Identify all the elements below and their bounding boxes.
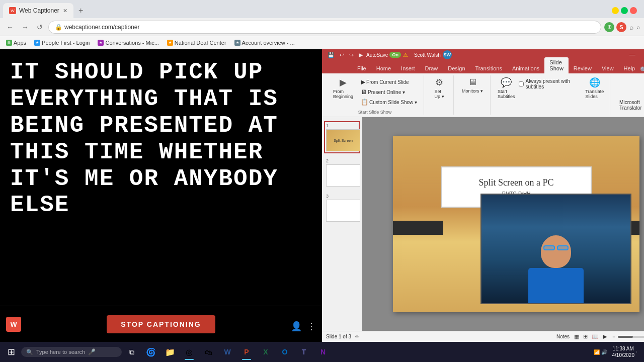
browser-minimize-button[interactable] [612,7,619,14]
time-label: 11:38 AM [612,345,635,352]
from-current-label: From Current Slide [366,79,409,85]
tab-draw[interactable]: Draw [420,63,443,73]
slide-thumb-3[interactable]: 3 [324,192,360,224]
bookmark-account-overview-label: Account overview - ... [242,40,295,46]
slide-title-text: Split Screen on a PC [450,177,583,188]
custom-slideshow-button[interactable]: 📋 Custom Slide Show ▾ [358,98,420,107]
ppt-save-icon[interactable]: 💾 [326,52,336,58]
subtitles-icon: 💬 [501,77,512,88]
stop-captioning-button[interactable]: STOP CAPTIONING [107,315,215,333]
bookmark-people-login[interactable]: ★ People First - Login [32,39,92,46]
browser-tab-webcaptioner[interactable]: W Web Captioner ✕ [3,3,73,18]
ppt-minimize-button[interactable]: — [625,50,639,59]
start-subtitles-button[interactable]: 💬 StartSubtitles [496,75,517,101]
autosave-toggle[interactable]: On [389,52,401,58]
ppt-window-controls: — □ ✕ [625,50,644,59]
tab-review[interactable]: Review [569,63,597,73]
profile-icon[interactable]: S [616,22,626,32]
more-options-icon[interactable]: ⋮ [307,321,316,332]
slide-canvas[interactable]: Split Screen on a PC RMTC-D/HH [393,136,639,312]
store-taskbar-icon[interactable]: 🛍 [199,343,217,361]
ribbon: ▶ FromBeginning ▶ From Current Slide 🖥 P… [322,73,644,117]
tab-view[interactable]: View [597,63,619,73]
tab-file[interactable]: File [352,63,371,73]
back-button[interactable]: ← [4,22,16,32]
notes-button[interactable]: Notes [556,334,570,339]
powerpoint-taskbar-icon[interactable]: P [237,343,256,361]
bookmark-people-login-label: People First - Login [42,40,90,46]
tab-close-button[interactable]: ✕ [63,8,67,14]
search-icon: ⌕ [629,23,633,31]
slide-thumb-1[interactable]: 1 Split Screen [324,121,360,153]
monitors-button[interactable]: 🖥 Monitors ▾ [459,75,486,95]
ppt-undo-icon[interactable]: ↩ [338,52,346,58]
ppt-present-icon[interactable]: ▶ [357,52,364,58]
tab-transitions[interactable]: Transitions [470,63,507,73]
bookmark-national-deaf[interactable]: ★ National Deaf Center [165,39,228,46]
slideshow-view-icon[interactable]: ▶ [601,333,608,340]
outlook-taskbar-icon[interactable]: O [276,343,294,361]
always-present-check[interactable] [519,81,524,86]
user-name: Scott Walsh [414,52,441,58]
tab-slideshow[interactable]: Slide Show [544,57,569,73]
translate-slides-button[interactable]: 🌐 TranslateSlides [583,75,606,101]
bookmark-account-overview[interactable]: ★ Account overview - ... [232,39,297,46]
clock[interactable]: 11:38 AM 4/10/2020 [612,345,635,358]
taskbar-search[interactable]: 🔍 Type here to search 🎤 [21,347,122,357]
file-explorer-taskbar-icon[interactable]: 📁 [161,343,179,361]
presenter-video [481,195,630,303]
system-tray[interactable]: 📶 🔊 [591,348,610,356]
refresh-button[interactable]: ↺ [34,22,45,32]
taskview-button[interactable]: ⧉ [123,343,141,361]
zoom-slider[interactable] [618,336,644,338]
address-bar[interactable]: 🔒 [48,21,601,34]
browser-close-button[interactable] [630,7,637,14]
ppt-maximize-button[interactable]: □ [640,50,644,59]
zoom-out-icon[interactable]: － [611,333,616,340]
tab-design[interactable]: Design [443,63,470,73]
edge-taskbar-icon[interactable]: 🌀 [142,343,160,361]
warning-icon: ⚠ [403,52,408,58]
slide-edit-icon: ✏ [355,334,359,339]
tab-home[interactable]: Home [371,63,396,73]
excel-taskbar-icon[interactable]: X [257,343,275,361]
from-current-slide-button[interactable]: ▶ From Current Slide [358,77,420,86]
teams-taskbar-icon[interactable]: T [295,343,313,361]
slide-preview-3 [326,200,360,222]
bookmarks-bar: ⊞ Apps ★ People First - Login ★ Conversa… [0,36,644,49]
user-avatar[interactable]: SW [443,50,452,59]
chrome-taskbar-icon[interactable]: ◎ [180,343,198,361]
ppt-workspace: 1 Split Screen 2 3 [322,117,644,331]
url-input[interactable] [64,24,595,31]
reading-view-icon[interactable]: 📖 [590,333,600,340]
extensions-icon[interactable]: ⊕ [604,22,614,32]
normal-view-icon[interactable]: ▦ [573,333,581,340]
always-present-checkbox[interactable]: Always present with subtitles [519,78,581,89]
forward-button[interactable]: → [19,22,31,32]
custom-slideshow-icon: 📋 [361,99,368,106]
slide-main-area: Split Screen on a PC RMTC-D/HH [362,117,644,331]
tab-insert[interactable]: Insert [396,63,420,73]
person-figure [528,235,584,303]
slide-thumb-2[interactable]: 2 [324,156,360,189]
ppt-redo-icon[interactable]: ↪ [348,52,355,58]
browser-chrome: W Web Captioner ✕ + ← → ↺ 🔒 ⊕ S ⌕ ⌕ ⊞ Ap… [0,0,644,49]
present-online-button[interactable]: 🖥 Present Online ▾ [358,87,420,97]
show-desktop-button[interactable] [636,351,642,353]
mic-button[interactable]: 🎤 [88,348,96,355]
word-taskbar-icon[interactable]: W [218,343,236,361]
from-beginning-button[interactable]: ▶ FromBeginning [330,75,356,101]
new-tab-button[interactable]: + [73,4,88,17]
tab-help[interactable]: Help [619,63,640,73]
tab-animations[interactable]: Animations [507,63,544,73]
browser-maximize-button[interactable] [621,7,628,14]
start-button[interactable]: ⊞ [2,343,20,361]
ribbon-search-icon[interactable]: 🔍 [640,66,644,73]
set-up-button[interactable]: ⚙ SetUp ▾ [429,75,449,101]
onenote-taskbar-icon[interactable]: N [314,343,332,361]
slide-sorter-icon[interactable]: ⊞ [582,333,589,340]
bookmark-apps[interactable]: ⊞ Apps [4,39,28,46]
quick-access-bar: 💾 ↩ ↪ ▶ AutoSave On ⚠ Scott Walsh SW — □… [322,49,644,60]
bookmark-conversations[interactable]: ★ Conversations - Mic... [96,39,160,46]
profile-icon[interactable]: 👤 [291,321,302,332]
